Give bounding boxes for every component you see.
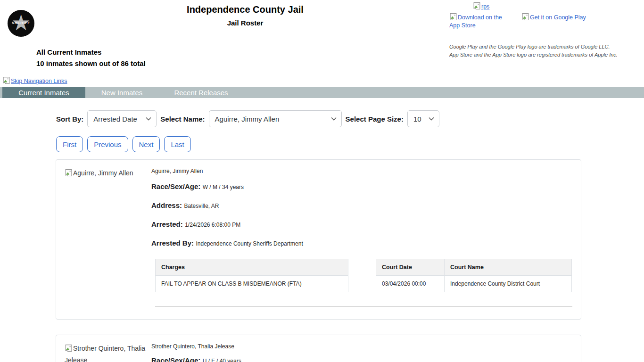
inmate-photo-alt: Aguirre, Jimmy Allen [73, 169, 133, 177]
table-row: FAIL TO APPEAR ON CLASS B MISDEMEANOR (F… [156, 276, 348, 292]
race-sex-age-label: Race/Sex/Age: [151, 356, 200, 362]
app-store-badge-link[interactable]: Download on the App Store [449, 13, 513, 30]
roster-summary: All Current Inmates 10 inmates shown out… [36, 47, 146, 69]
trademark-notice: Google Play and the Google Play logo are… [449, 43, 624, 59]
table-row: 03/04/2026 00:00 Independence County Dis… [376, 276, 572, 292]
charge-cell: FAIL TO APPEAR ON CLASS B MISDEMEANOR (F… [156, 276, 348, 292]
charges-table: Charges FAIL TO APPEAR ON CLASS B MISDEM… [155, 259, 348, 292]
inmate-photo[interactable]: Aguirre, Jimmy Allen [65, 167, 151, 307]
court-date-cell: 03/04/2026 00:00 [376, 276, 445, 292]
roster-summary-count: 10 inmates shown out of 86 total [36, 58, 146, 69]
sort-by-label: Sort By: [56, 115, 83, 123]
page-size-select[interactable]: 10 [407, 110, 439, 127]
court-name-cell: Independence County District Court [445, 276, 572, 292]
broken-image-icon [2, 76, 10, 84]
skip-navigation-link[interactable]: Skip Navigation Links [2, 78, 67, 84]
arrested-label: Arrested: [151, 220, 183, 228]
arrested-by-label: Arrested By: [151, 239, 194, 247]
page-subtitle: Jail Roster [0, 19, 490, 27]
tab-current-inmates[interactable]: Current Inmates [2, 87, 85, 98]
broken-image-icon [449, 13, 457, 21]
address-label: Address: [151, 201, 182, 209]
broken-image-icon [65, 169, 73, 177]
roster-controls: Sort By: Arrested Date Select Name: Agui… [56, 110, 644, 127]
race-sex-age-value: U / F / 40 years [203, 358, 241, 362]
chevron-down-icon [146, 117, 151, 121]
inmate-details: Aguirre, Jimmy Allen Race/Sex/Age: W / M… [151, 167, 572, 307]
first-page-button[interactable]: First [56, 136, 83, 152]
last-page-button[interactable]: Last [164, 136, 190, 152]
previous-page-button[interactable]: Previous [87, 136, 128, 152]
inmate-card: Strother Quintero, Thalia Jelease Stroth… [56, 335, 581, 362]
select-name-label: Select Name: [160, 115, 205, 123]
inmate-details: Strother Quintero, Thalia Jelease Race/S… [151, 343, 572, 362]
inmate-name[interactable]: Strother Quintero, Thalia Jelease [151, 343, 572, 350]
court-date-header: Court Date [376, 259, 445, 276]
inmate-photo-alt: Strother Quintero, Thalia Jelease [65, 345, 145, 362]
race-sex-age-value: W / M / 34 years [203, 184, 244, 190]
inmate-card: Aguirre, Jimmy Allen Aguirre, Jimmy Alle… [56, 159, 581, 320]
next-page-button[interactable]: Next [132, 136, 160, 152]
address-value: Batesville, AR [184, 203, 219, 209]
pagination-bar: First Previous Next Last [56, 136, 644, 152]
page-title: Independence County Jail [0, 4, 490, 15]
page-size-label: Select Page Size: [346, 115, 404, 123]
card-divider [155, 306, 572, 307]
roster-summary-heading: All Current Inmates [36, 47, 146, 58]
inmate-photo[interactable]: Strother Quintero, Thalia Jelease [65, 343, 151, 362]
arrested-value: 1/24/2026 6:08:00 PM [185, 222, 240, 228]
broken-image-icon [473, 2, 481, 10]
chevron-down-icon [429, 117, 434, 121]
sort-by-select[interactable]: Arrested Date [87, 110, 157, 127]
inmate-name[interactable]: Aguirre, Jimmy Allen [151, 167, 572, 175]
charges-header: Charges [156, 259, 348, 276]
tab-recent-releases[interactable]: Recent Releases [158, 87, 244, 98]
jail-roster-page: ★ SHERIFF Independence County Jail Jail … [0, 0, 644, 362]
court-table: Court Date Court Name 03/04/2026 00:00 I… [376, 259, 572, 292]
broken-image-icon [521, 13, 529, 21]
app-store-links-block: rps Download on the App Store Get it on … [449, 2, 624, 59]
main-tabbar: Current Inmates New Inmates Recent Relea… [0, 87, 644, 98]
court-name-header: Court Name [445, 259, 572, 276]
card-separator [56, 325, 581, 325]
rps-link[interactable]: rps [473, 3, 489, 10]
tab-new-inmates[interactable]: New Inmates [85, 87, 158, 98]
broken-image-icon [65, 344, 73, 352]
race-sex-age-label: Race/Sex/Age: [151, 182, 200, 190]
google-play-badge-link[interactable]: Get it on Google Play [521, 13, 586, 30]
select-name-select[interactable]: Aguirre, Jimmy Allen [209, 110, 342, 127]
chevron-down-icon [331, 117, 337, 121]
arrested-by-value: Independence County Sheriffs Department [196, 240, 303, 247]
header-title-block: Independence County Jail Jail Roster [0, 4, 490, 27]
